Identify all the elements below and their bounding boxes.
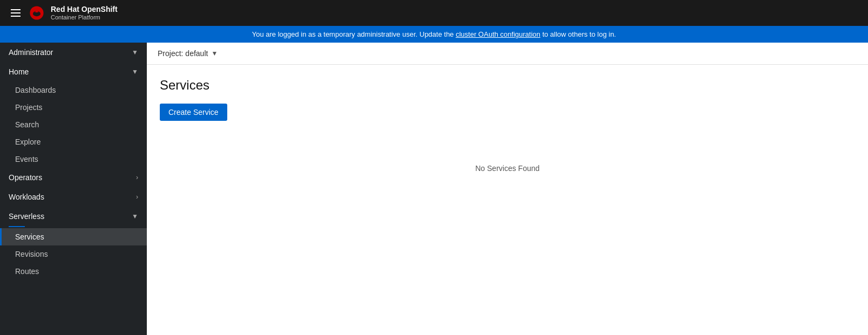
sidebar-item-dashboards[interactable]: Dashboards: [0, 81, 147, 99]
serverless-active-bar: [9, 226, 25, 227]
alert-text-post: to allow others to log in.: [542, 30, 616, 38]
redhat-logo-icon: [29, 5, 44, 20]
sidebar-item-services[interactable]: Services: [0, 228, 147, 245]
page-content: Services Create Service No Services Foun…: [147, 65, 868, 186]
project-bar: Project: default ▼: [147, 43, 868, 65]
create-service-button[interactable]: Create Service: [160, 104, 227, 121]
empty-state-message: No Services Found: [475, 164, 539, 173]
sidebar-section-serverless[interactable]: Serverless ▼: [0, 207, 147, 226]
sidebar-section-home[interactable]: Home ▼: [0, 62, 147, 81]
workloads-chevron-icon: ›: [136, 193, 138, 201]
brand-redhat: Red Hat: [51, 5, 79, 13]
sidebar-section-home-label: Home: [9, 67, 29, 76]
project-dropdown-icon: ▼: [211, 50, 218, 57]
sidebar-section-operators-label: Operators: [9, 173, 42, 182]
alert-text-pre: You are logged in as a temporary adminis…: [252, 30, 456, 38]
sidebar-section-workloads-label: Workloads: [9, 193, 44, 201]
brand-openshift: OpenShift: [82, 5, 118, 13]
logo: [29, 5, 44, 20]
sidebar-item-revisions[interactable]: Revisions: [0, 245, 147, 263]
brand: Red Hat OpenShift Container Platform: [51, 5, 118, 21]
project-selector[interactable]: Project: default ▼: [158, 49, 218, 58]
operators-chevron-icon: ›: [136, 174, 138, 181]
sidebar-section-serverless-label: Serverless: [9, 212, 44, 221]
content-area: Project: default ▼ Services Create Servi…: [147, 43, 868, 335]
topbar: Red Hat OpenShift Container Platform: [0, 0, 868, 26]
alert-banner: You are logged in as a temporary adminis…: [0, 26, 868, 43]
sidebar-item-projects[interactable]: Projects: [0, 99, 147, 116]
sidebar-item-routes[interactable]: Routes: [0, 263, 147, 280]
hamburger-menu[interactable]: [9, 7, 23, 19]
oauth-config-link[interactable]: cluster OAuth configuration: [456, 30, 540, 38]
sidebar-section-operators[interactable]: Operators ›: [0, 168, 147, 187]
project-label: Project: default: [158, 49, 208, 58]
sidebar-item-search[interactable]: Search: [0, 116, 147, 133]
role-selector[interactable]: Administrator ▼: [0, 43, 147, 62]
sidebar-item-explore[interactable]: Explore: [0, 133, 147, 151]
serverless-chevron-icon: ▼: [132, 213, 138, 220]
main-layout: Administrator ▼ Home ▼ Dashboards Projec…: [0, 43, 868, 335]
home-chevron-icon: ▼: [132, 68, 138, 76]
role-label: Administrator: [9, 48, 53, 57]
svg-point-2: [36, 10, 38, 12]
role-chevron-icon: ▼: [132, 49, 138, 56]
sidebar-item-events[interactable]: Events: [0, 151, 147, 168]
empty-state: No Services Found: [160, 164, 855, 173]
sidebar: Administrator ▼ Home ▼ Dashboards Projec…: [0, 43, 147, 335]
sidebar-section-workloads[interactable]: Workloads ›: [0, 187, 147, 207]
brand-subtitle: Container Platform: [51, 14, 118, 21]
page-title: Services: [160, 78, 855, 93]
